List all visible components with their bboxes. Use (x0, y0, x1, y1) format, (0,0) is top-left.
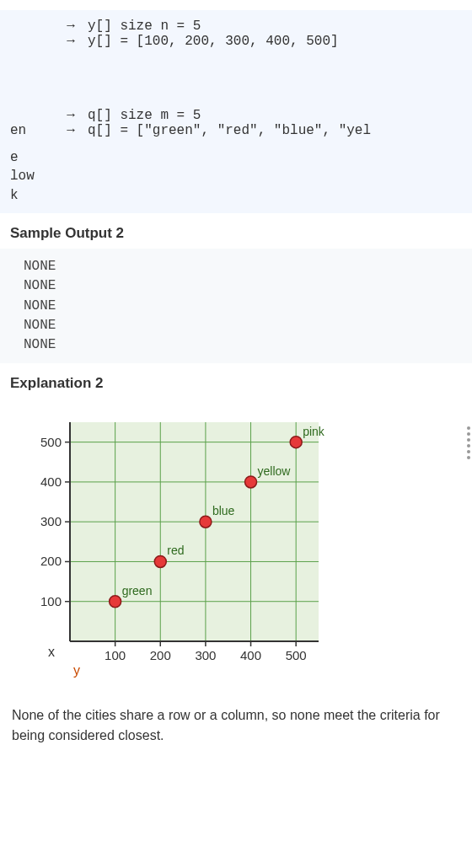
x-tick-label: 100 (105, 648, 126, 662)
arrow-icon: → (54, 34, 88, 49)
y-tick-label: 400 (40, 474, 62, 489)
x-tick-label: 300 (195, 648, 216, 662)
x-tick-label: 200 (150, 648, 171, 662)
code-row: →q[] size m = 5 (10, 108, 472, 123)
code-row: en→q[] = ["green", "red", "blue", "yel (10, 123, 472, 138)
code-content: y[] size n = 5 (88, 19, 472, 34)
chart-container: 100200300400500100200300400500xygreenred… (0, 399, 472, 692)
x-axis-label: y (73, 663, 80, 678)
sample-output-panel: NONE NONE NONE NONE NONE (0, 249, 472, 363)
data-point-label: yellow (258, 464, 292, 478)
plot-bg (70, 422, 319, 641)
data-point (245, 476, 257, 488)
y-tick-label: 200 (40, 555, 62, 569)
code-panel: →y[] size n = 5→y[] = [100, 200, 300, 40… (0, 10, 472, 213)
code-block-top: →y[] size n = 5→y[] = [100, 200, 300, 40… (0, 19, 472, 49)
y-tick-label: 300 (40, 514, 62, 528)
code-trailing: e low k (0, 148, 472, 205)
data-point-label: red (167, 544, 184, 558)
data-point-label: pink (303, 425, 325, 438)
y-tick-label: 100 (40, 594, 62, 608)
code-row: →y[] size n = 5 (10, 19, 472, 34)
data-point (200, 516, 212, 528)
data-point (154, 556, 166, 568)
sample-output-heading: Sample Output 2 (10, 225, 472, 242)
code-row: →y[] = [100, 200, 300, 400, 500] (10, 34, 472, 49)
more-dots-icon[interactable] (467, 426, 470, 459)
arrow-icon: → (54, 123, 88, 138)
arrow-icon: → (54, 108, 88, 123)
code-content: q[] = ["green", "red", "blue", "yel (88, 123, 472, 138)
x-tick-label: 400 (240, 648, 261, 662)
code-left-label: en (10, 123, 54, 138)
y-tick-label: 500 (40, 435, 62, 449)
code-block-bottom: →q[] size m = 5en→q[] = ["green", "red",… (0, 108, 472, 138)
explanation-heading: Explanation 2 (10, 375, 472, 392)
data-point (110, 596, 121, 608)
x-tick-label: 500 (286, 648, 307, 662)
arrow-icon: → (54, 19, 88, 34)
explanation-text: None of the cities share a row or a colu… (0, 692, 472, 746)
data-point (290, 437, 302, 448)
data-point-label: blue (212, 504, 235, 517)
y-axis-label: x (48, 645, 55, 659)
code-content: y[] = [100, 200, 300, 400, 500] (88, 34, 472, 49)
scatter-chart: 100200300400500100200300400500xygreenred… (24, 414, 327, 683)
data-point-label: green (122, 584, 153, 597)
code-content: q[] size m = 5 (88, 108, 472, 123)
